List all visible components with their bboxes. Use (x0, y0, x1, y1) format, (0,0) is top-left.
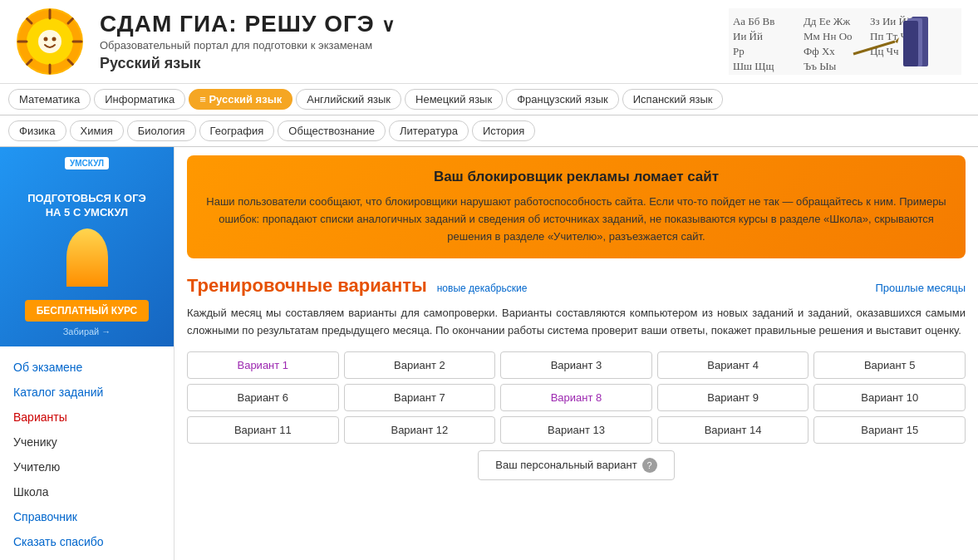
variant-btn[interactable]: Вариант 12 (344, 416, 496, 444)
ad-block-title: Ваш блокировщик рекламы ломает сайт (204, 169, 949, 185)
ad-block-text: Наши пользователи сообщают, что блокиров… (204, 194, 949, 245)
site-title: СДАМ ГИА: РЕШУ ОГЭ ∨ (100, 11, 729, 37)
nav-tab[interactable]: Испанский язык (622, 89, 724, 110)
sidebar-nav-item[interactable]: Каталог заданий (13, 380, 160, 405)
svg-text:Аа Бб Вв: Аа Бб Вв (733, 15, 774, 27)
sidebar-nav: Об экзаменеКаталог заданийВариантыУченик… (0, 346, 174, 560)
sidebar-banner-sub[interactable]: Забирай → (63, 327, 111, 336)
svg-text:Ъъ Ыы: Ъъ Ыы (804, 60, 836, 72)
nav-tab[interactable]: Английский язык (296, 89, 401, 110)
nav-tab[interactable]: Литература (389, 120, 469, 141)
header-subtitle: Образовательный портал для подготовки к … (100, 39, 729, 52)
variant-btn[interactable]: Вариант 9 (657, 384, 809, 411)
sidebar-nav-item[interactable]: Варианты (13, 405, 160, 430)
variant-btn[interactable]: Вариант 7 (344, 384, 496, 411)
content: Ваш блокировщик рекламы ломает сайт Наши… (174, 147, 978, 560)
nav-tab[interactable]: ≡ Русский язык (189, 89, 292, 110)
sidebar-nav-item[interactable]: Сказать спасибо (13, 529, 160, 554)
variant-btn[interactable]: Вариант 4 (657, 351, 809, 379)
variant-btn[interactable]: Вариант 11 (187, 416, 339, 444)
sidebar-nav-item[interactable]: Ученику (13, 430, 160, 454)
sidebar: УМСКУЛ ПОДГОТОВЬСЯ К ОГЭ НА 5 С УМСКУЛ Б… (0, 147, 174, 560)
variant-btn[interactable]: Вариант 10 (813, 384, 966, 411)
variants-title: Тренировочные варианты (187, 275, 427, 296)
variant-btn[interactable]: Вариант 13 (500, 416, 652, 444)
variants-header: Тренировочные варианты новые декабрьские… (187, 275, 966, 297)
variants-description: Каждый месяц мы составляем варианты для … (187, 305, 966, 340)
variant-btn[interactable]: Вариант 5 (813, 351, 966, 379)
nav-tab[interactable]: Французский язык (506, 89, 619, 110)
variants-grid: Вариант 1Вариант 2Вариант 3Вариант 4Вари… (187, 351, 966, 444)
svg-text:Шш Щщ: Шш Щщ (733, 60, 774, 72)
variant-btn[interactable]: Вариант 8 (500, 384, 652, 411)
svg-text:Дд Ее Жж: Дд Ее Жж (804, 15, 851, 27)
sidebar-nav-item[interactable]: Школа (13, 479, 160, 504)
svg-text:Рр: Рр (733, 45, 745, 57)
sidebar-banner-title: ПОДГОТОВЬСЯ К ОГЭ НА 5 С УМСКУЛ (27, 178, 146, 220)
variant-btn[interactable]: Вариант 6 (187, 384, 339, 411)
svg-point-11 (44, 37, 48, 42)
header-text: СДАМ ГИА: РЕШУ ОГЭ ∨ Образовательный пор… (100, 11, 729, 72)
variant-btn[interactable]: Вариант 1 (187, 351, 339, 379)
sidebar-banner: УМСКУЛ ПОДГОТОВЬСЯ К ОГЭ НА 5 С УМСКУЛ Б… (0, 147, 174, 346)
nav-row-2: ФизикаХимияБиологияГеографияОбществознан… (0, 115, 978, 147)
sidebar-nav-item[interactable]: Учителю (13, 454, 160, 479)
nav-tab[interactable]: Биология (127, 120, 196, 141)
personal-variant-row: Ваш персональный вариант ? (187, 450, 966, 480)
sidebar-nav-item[interactable]: Об экзамене (13, 355, 160, 380)
svg-text:Фф Хх: Фф Хх (804, 45, 835, 57)
sidebar-banner-btn[interactable]: БЕСПЛАТНЫЙ КУРС (25, 300, 150, 322)
nav-row-1: МатематикаИнформатика≡ Русский языкАнгли… (0, 84, 978, 115)
svg-point-12 (52, 37, 57, 42)
variant-btn[interactable]: Вариант 15 (813, 416, 966, 444)
variants-section: Тренировочные варианты новые декабрьские… (174, 267, 978, 489)
ad-block: Ваш блокировщик рекламы ломает сайт Наши… (187, 155, 966, 258)
title-text: СДАМ ГИА: РЕШУ ОГЭ (100, 11, 375, 37)
header-decorative-image: Аа Бб Вв Дд Ее Жж Зз Ии Йй Ии Йй Мм Нн О… (729, 8, 961, 75)
sidebar-banner-logo: УМСКУЛ (65, 157, 109, 169)
variants-past-link[interactable]: Прошлые месяцы (875, 282, 966, 294)
variant-btn[interactable]: Вариант 14 (657, 416, 809, 444)
svg-rect-27 (903, 21, 918, 66)
personal-variant-label: Ваш персональный вариант (495, 459, 636, 471)
svg-point-2 (38, 30, 61, 53)
help-icon[interactable]: ? (642, 458, 657, 473)
nav-tab[interactable]: Информатика (94, 89, 185, 110)
dropdown-icon[interactable]: ∨ (381, 15, 396, 36)
nav-tab[interactable]: Математика (8, 89, 91, 110)
personal-variant-btn[interactable]: Ваш персональный вариант ? (478, 450, 674, 480)
sidebar-figure (66, 228, 108, 287)
variant-btn[interactable]: Вариант 3 (500, 351, 652, 379)
nav-tab[interactable]: Обществознание (278, 120, 386, 141)
alphabet-decoration: Аа Бб Вв Дд Ее Жж Зз Ии Йй Ии Йй Мм Нн О… (729, 8, 961, 75)
nav-tab[interactable]: Химия (70, 120, 124, 141)
nav-tab[interactable]: Немецкий язык (405, 89, 503, 110)
main-container: УМСКУЛ ПОДГОТОВЬСЯ К ОГЭ НА 5 С УМСКУЛ Б… (0, 147, 978, 560)
header: СДАМ ГИА: РЕШУ ОГЭ ∨ Образовательный пор… (0, 0, 978, 84)
nav-tab[interactable]: Физика (8, 120, 66, 141)
variants-title-group: Тренировочные варианты новые декабрьские (187, 275, 527, 297)
logo[interactable] (17, 8, 83, 75)
svg-text:Мм Нн Оо: Мм Нн Оо (804, 30, 853, 42)
nav-tab[interactable]: История (472, 120, 535, 141)
sidebar-nav-item[interactable]: Справочник (13, 504, 160, 529)
nav-tab[interactable]: География (199, 120, 275, 141)
variant-btn[interactable]: Вариант 2 (344, 351, 496, 379)
header-subject: Русский язык (100, 55, 729, 72)
svg-text:Ии Йй: Ии Йй (733, 30, 763, 42)
logo-icon (17, 8, 83, 75)
variants-new-badge: новые декабрьские (437, 282, 528, 294)
